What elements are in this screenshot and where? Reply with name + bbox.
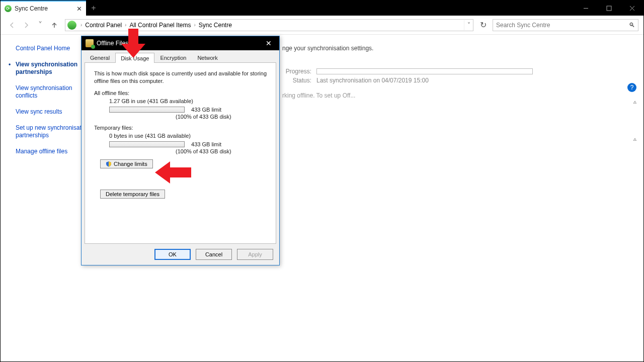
annotation-arrow-down xyxy=(121,29,145,59)
breadcrumb-leaf[interactable]: Sync Centre xyxy=(198,22,233,29)
dialog-description: This is how much disk space is currently… xyxy=(94,70,267,85)
tab-title: Sync Centre xyxy=(15,5,48,12)
browser-tab[interactable]: ⟳ Sync Centre ✕ xyxy=(1,1,86,16)
sidebar-item-results[interactable]: View sync results xyxy=(16,108,91,116)
close-button[interactable] xyxy=(620,1,643,16)
change-limits-label: Change limits xyxy=(114,161,147,167)
status-label: Status: xyxy=(282,77,311,84)
dialog-close-icon[interactable]: ✕ xyxy=(262,38,275,48)
offline-files-dialog: Offline Files ✕ General Disk Usage Encry… xyxy=(81,36,280,265)
sync-centre-icon: ⟳ xyxy=(5,5,12,12)
help-icon[interactable]: ? xyxy=(627,83,636,92)
shield-icon xyxy=(106,161,112,167)
offline-text-fragment: rking offline. To set up Off... xyxy=(282,92,633,99)
minimize-button[interactable] xyxy=(574,1,597,16)
cancel-button[interactable]: Cancel xyxy=(196,249,232,260)
temp-files-bar xyxy=(109,141,185,147)
delete-temp-button[interactable]: Delete temporary files xyxy=(100,190,165,199)
sidebar-item-partnerships[interactable]: View synchronisation partnerships xyxy=(16,61,91,76)
all-offline-label: All offline files: xyxy=(94,90,267,96)
all-offline-usage: 1.27 GB in use (431 GB available) xyxy=(109,98,267,104)
window-controls xyxy=(574,1,643,16)
svg-rect-1 xyxy=(607,6,611,11)
breadcrumb-root[interactable]: Control Panel xyxy=(84,22,123,29)
progress-label: Progress: xyxy=(282,68,311,75)
chevron-right-icon[interactable]: › xyxy=(78,22,84,28)
svg-marker-5 xyxy=(155,161,191,184)
dialog-titlebar[interactable]: Offline Files ✕ xyxy=(82,36,279,50)
apply-button: Apply xyxy=(237,249,273,260)
recent-locations-button[interactable]: ˅ xyxy=(34,19,47,32)
temp-files-pct: (100% of 433 GB disk) xyxy=(176,148,267,154)
sidebar-item-offline[interactable]: Manage offline files xyxy=(16,148,91,156)
progress-bar xyxy=(316,68,533,74)
ok-button[interactable]: OK xyxy=(154,249,191,260)
tab-page-disk-usage: This is how much disk space is currently… xyxy=(85,62,276,244)
refresh-button[interactable]: ↻ xyxy=(477,20,489,30)
all-offline-limit: 433 GB limit xyxy=(191,107,221,113)
all-offline-pct: (100% of 433 GB disk) xyxy=(176,114,267,120)
sync-details: Progress: Status: Last synchronisation o… xyxy=(282,67,633,99)
address-bar: ˅ › Control Panel › All Control Panel It… xyxy=(1,16,643,35)
temp-files-limit: 433 GB limit xyxy=(191,141,221,147)
search-placeholder: Search Sync Centre xyxy=(496,22,550,29)
chevron-right-icon[interactable]: › xyxy=(192,22,197,28)
page-heading-fragment: nge your synchronisation settings. xyxy=(282,45,633,52)
collapse-icon[interactable]: ㅿ xyxy=(632,99,640,107)
maximize-button[interactable] xyxy=(597,1,620,16)
status-value: Last synchronisation on 04/07/2019 15:00 xyxy=(316,77,429,84)
all-offline-bar xyxy=(109,107,185,113)
tab-encryption[interactable]: Encryption xyxy=(154,52,192,62)
dialog-tabs: General Disk Usage Encryption Network xyxy=(82,50,279,62)
up-button[interactable] xyxy=(48,19,61,32)
chevron-right-icon[interactable]: › xyxy=(123,22,128,28)
tab-network[interactable]: Network xyxy=(192,52,223,62)
svg-marker-4 xyxy=(121,29,145,58)
temp-files-usage: 0 bytes in use (431 GB available) xyxy=(109,133,267,139)
window-titlebar: ⟳ Sync Centre ✕ + xyxy=(1,1,643,16)
breadcrumb-mid[interactable]: All Control Panel Items xyxy=(128,22,192,29)
sidebar-item-setup[interactable]: Set up new synchronisation partnerships xyxy=(16,124,91,140)
tab-close-icon[interactable]: ✕ xyxy=(75,5,83,13)
search-input[interactable]: Search Sync Centre 🔍︎ xyxy=(493,19,638,31)
search-icon[interactable]: 🔍︎ xyxy=(629,22,635,29)
sidebar-item-conflicts[interactable]: View synchronisation conflicts xyxy=(16,84,91,100)
annotation-arrow-left xyxy=(155,161,191,184)
collapse-icon[interactable]: ㅿ xyxy=(632,136,640,144)
sidebar-home[interactable]: Control Panel Home xyxy=(16,45,91,53)
path-dropdown-icon[interactable]: ˅ xyxy=(464,20,473,30)
dialog-buttons: OK Cancel Apply xyxy=(82,244,279,265)
delete-temp-label: Delete temporary files xyxy=(106,191,159,197)
sync-centre-icon xyxy=(67,21,76,30)
back-button[interactable] xyxy=(6,19,19,32)
forward-button[interactable] xyxy=(20,19,33,32)
offline-files-icon xyxy=(86,39,94,47)
new-tab-button[interactable]: + xyxy=(86,1,101,16)
tab-general[interactable]: General xyxy=(85,52,115,62)
change-limits-button[interactable]: Change limits xyxy=(100,159,153,168)
temp-files-label: Temporary files: xyxy=(94,125,267,131)
